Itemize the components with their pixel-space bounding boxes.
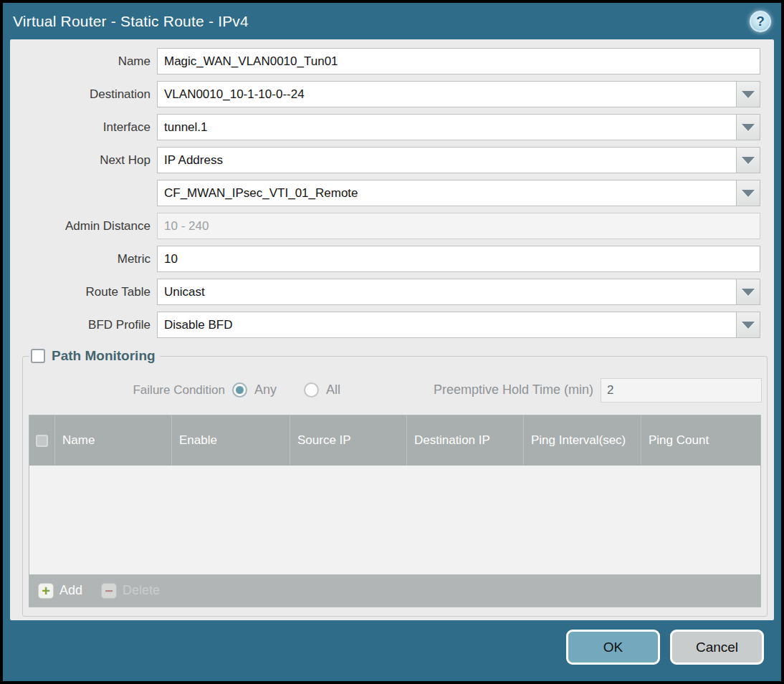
route-table-value[interactable]: Unicast	[157, 279, 736, 305]
route-table-row: Route Table Unicast	[10, 279, 760, 305]
dialog-body: Name Destination VLAN0010_10-1-10-0--24 …	[10, 39, 774, 620]
name-fieldwrap	[157, 48, 760, 74]
metric-input[interactable]	[157, 246, 760, 272]
destination-dropdown-button[interactable]	[736, 81, 760, 107]
add-button[interactable]: + Add	[38, 583, 82, 599]
name-label: Name	[10, 54, 157, 69]
table-body-empty	[29, 466, 760, 574]
admin-distance-input[interactable]	[157, 213, 760, 239]
bfd-profile-row: BFD Profile Disable BFD	[10, 312, 760, 338]
route-table-fieldwrap: Unicast	[157, 279, 760, 305]
delete-button-label: Delete	[123, 583, 160, 598]
help-icon[interactable]: ?	[750, 11, 771, 32]
route-table-label: Route Table	[10, 285, 157, 299]
admin-distance-fieldwrap	[157, 213, 760, 239]
admin-distance-label: Admin Distance	[10, 219, 157, 233]
interface-fieldwrap: tunnel.1	[157, 114, 760, 140]
radio-all-label: All	[326, 382, 340, 398]
path-monitoring-table: Name Enable Source IP Destination IP Pin…	[29, 415, 761, 607]
column-header-source-ip[interactable]: Source IP	[290, 415, 407, 466]
column-header-destination-ip[interactable]: Destination IP	[407, 415, 524, 466]
ok-button[interactable]: OK	[566, 630, 660, 665]
interface-row: Interface tunnel.1	[10, 114, 760, 140]
preemptive-hold-time-input[interactable]	[601, 378, 762, 403]
chevron-down-icon	[742, 124, 755, 131]
select-all-checkbox[interactable]	[36, 435, 48, 447]
destination-value[interactable]: VLAN0010_10-1-10-0--24	[157, 81, 736, 107]
path-monitoring-checkbox[interactable]	[31, 349, 45, 363]
dialog-footer: OK Cancel	[3, 620, 781, 681]
interface-value[interactable]: tunnel.1	[157, 114, 736, 140]
next-hop-row: Next Hop IP Address	[10, 147, 760, 173]
chevron-down-icon	[742, 91, 755, 98]
admin-distance-row: Admin Distance	[10, 213, 760, 239]
path-monitoring-legend: Path Monitoring	[29, 348, 160, 364]
column-header-ping-count[interactable]: Ping Count	[641, 415, 760, 466]
destination-row: Destination VLAN0010_10-1-10-0--24	[10, 81, 760, 107]
bfd-profile-label: BFD Profile	[10, 318, 157, 332]
next-hop-label: Next Hop	[10, 153, 157, 168]
name-input[interactable]	[157, 48, 760, 74]
destination-label: Destination	[10, 87, 157, 102]
next-hop-type-value[interactable]: IP Address	[157, 147, 736, 173]
failure-condition-row: Failure Condition Any All Preemptive Hol…	[28, 377, 762, 403]
radio-option-any[interactable]: Any	[232, 382, 277, 398]
bfd-profile-dropdown-button[interactable]	[736, 312, 760, 338]
failure-condition-radio-group: Any All	[232, 382, 340, 398]
metric-label: Metric	[10, 252, 157, 266]
radio-unselected-icon	[304, 382, 319, 398]
route-table-dropdown-button[interactable]	[736, 279, 760, 305]
bfd-profile-fieldwrap: Disable BFD	[157, 312, 760, 338]
dialog-window: Virtual Router - Static Route - IPv4 ? N…	[3, 3, 781, 681]
next-hop-address-value[interactable]: CF_MWAN_IPsec_VTI_01_Remote	[157, 180, 736, 206]
table-toolbar: + Add − Delete	[29, 574, 760, 607]
dialog-titlebar: Virtual Router - Static Route - IPv4 ?	[3, 3, 781, 39]
chevron-down-icon	[742, 322, 755, 329]
failure-condition-label: Failure Condition	[28, 383, 232, 398]
next-hop-address-row: CF_MWAN_IPsec_VTI_01_Remote	[10, 180, 760, 206]
metric-row: Metric	[10, 246, 760, 272]
select-all-cell	[29, 415, 55, 466]
radio-option-all[interactable]: All	[304, 382, 340, 398]
radio-selected-icon	[232, 382, 247, 398]
column-header-enable[interactable]: Enable	[172, 415, 290, 466]
minus-icon: −	[101, 583, 117, 599]
dialog-title: Virtual Router - Static Route - IPv4	[13, 13, 750, 30]
bfd-profile-value[interactable]: Disable BFD	[157, 312, 736, 338]
next-hop-fieldwrap: IP Address	[157, 147, 760, 173]
add-button-label: Add	[59, 583, 82, 598]
interface-label: Interface	[10, 120, 157, 135]
path-monitoring-title: Path Monitoring	[52, 348, 156, 364]
destination-fieldwrap: VLAN0010_10-1-10-0--24	[157, 81, 760, 107]
interface-dropdown-button[interactable]	[736, 114, 760, 140]
preemptive-hold-time-label: Preemptive Hold Time (min)	[434, 382, 601, 398]
path-monitoring-section: Path Monitoring Failure Condition Any Al…	[22, 348, 768, 617]
column-header-name[interactable]: Name	[55, 415, 172, 466]
preemptive-hold-time-group: Preemptive Hold Time (min)	[434, 378, 762, 403]
next-hop-address-fieldwrap: CF_MWAN_IPsec_VTI_01_Remote	[157, 180, 760, 206]
table-header-row: Name Enable Source IP Destination IP Pin…	[29, 415, 760, 466]
chevron-down-icon	[742, 289, 755, 296]
name-row: Name	[10, 48, 760, 74]
column-header-ping-interval[interactable]: Ping Interval(sec)	[524, 415, 641, 466]
next-hop-address-dropdown-button[interactable]	[736, 180, 760, 206]
cancel-button[interactable]: Cancel	[670, 630, 764, 665]
delete-button[interactable]: − Delete	[101, 583, 160, 599]
chevron-down-icon	[742, 157, 755, 164]
next-hop-dropdown-button[interactable]	[736, 147, 760, 173]
plus-icon: +	[38, 583, 54, 599]
radio-any-label: Any	[254, 382, 277, 398]
chevron-down-icon	[742, 190, 755, 197]
metric-fieldwrap	[157, 246, 760, 272]
